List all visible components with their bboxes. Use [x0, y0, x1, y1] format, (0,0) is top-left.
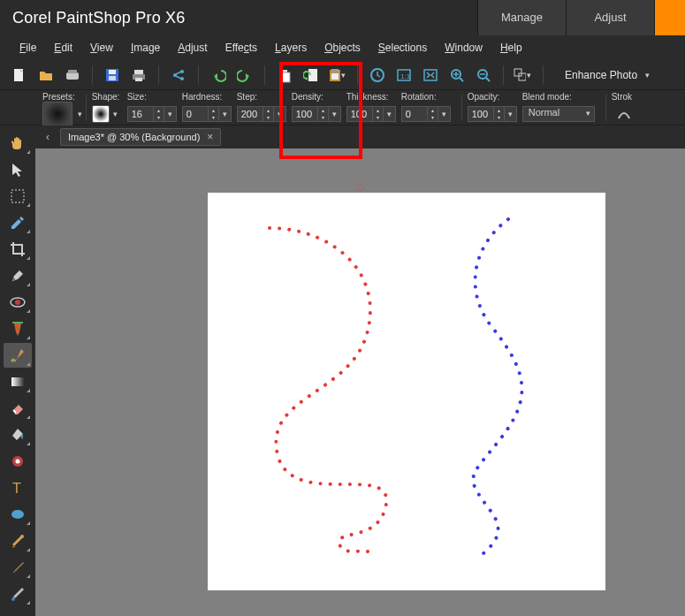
- shape-label: Shape:: [92, 92, 122, 103]
- step-stepper[interactable]: ▴▾: [237, 105, 286, 123]
- selection-tool-icon[interactable]: [4, 184, 32, 209]
- svg-point-37: [16, 460, 20, 464]
- menu-selections[interactable]: Selections: [369, 38, 436, 57]
- text-tool-icon[interactable]: T: [4, 475, 32, 500]
- menu-edit[interactable]: Edit: [45, 38, 81, 57]
- size-label: Size:: [127, 92, 177, 103]
- menu-view[interactable]: View: [81, 38, 122, 57]
- share-icon[interactable]: [168, 65, 189, 86]
- paintbrush-tool-icon[interactable]: [4, 343, 32, 368]
- gradient-tool-icon[interactable]: [4, 369, 32, 394]
- thickness-stepper[interactable]: ▴▾: [346, 105, 396, 123]
- blue-brush-stroke: [473, 219, 521, 555]
- size-stepper[interactable]: ▴▾: [127, 105, 177, 123]
- svg-rect-6: [109, 76, 116, 80]
- copy-icon[interactable]: [274, 65, 295, 86]
- workspace-manage-button[interactable]: Manage: [477, 0, 566, 35]
- stroke-label: Strok: [612, 92, 633, 103]
- menu-adjust[interactable]: Adjust: [169, 38, 216, 57]
- scan-icon[interactable]: [62, 65, 83, 86]
- paste-icon[interactable]: [327, 65, 348, 86]
- blend-mode-select[interactable]: Normal: [522, 106, 595, 122]
- main-toolbar: 1:1 Enhance Photo: [0, 60, 685, 90]
- svg-text:T: T: [12, 481, 21, 496]
- history-undo-icon[interactable]: [301, 65, 322, 86]
- step-label: Step:: [237, 92, 286, 103]
- shape-dropdown[interactable]: [92, 105, 110, 123]
- menu-file[interactable]: File: [11, 38, 45, 57]
- presets-dropdown[interactable]: [42, 102, 72, 126]
- canvas-viewport[interactable]: [35, 148, 685, 616]
- clone-tool-icon[interactable]: [4, 316, 32, 341]
- rotation-input[interactable]: [401, 106, 428, 122]
- blend-label: Blend mode:: [522, 92, 595, 103]
- svg-point-40: [20, 535, 24, 538]
- zoom-in-icon[interactable]: [446, 65, 468, 86]
- document-tab-close-icon[interactable]: ×: [207, 131, 213, 143]
- actual-size-icon[interactable]: 1:1: [393, 65, 415, 86]
- hardness-stepper[interactable]: ▴▾: [182, 105, 232, 123]
- workspace-edit-button[interactable]: [654, 0, 685, 35]
- svg-point-32: [13, 278, 15, 280]
- resize-icon[interactable]: [513, 65, 534, 86]
- document-canvas[interactable]: [208, 193, 605, 590]
- menu-image[interactable]: Image: [122, 38, 169, 57]
- svg-rect-7: [134, 70, 143, 74]
- svg-rect-2: [66, 72, 79, 80]
- crop-tool-icon[interactable]: [4, 237, 32, 262]
- options-bar: Presets: Shape: Size: ▴▾ Hardness: ▴▾ St…: [0, 90, 685, 125]
- svg-text:1:1: 1:1: [400, 72, 411, 80]
- density-label: Density:: [292, 92, 341, 103]
- picture-tube-tool-icon[interactable]: [4, 449, 32, 474]
- opacity-input[interactable]: [468, 106, 494, 122]
- enhance-photo-button[interactable]: Enhance Photo: [559, 65, 658, 85]
- undo-icon[interactable]: [208, 65, 229, 86]
- document-tab[interactable]: Image3* @ 30% (Background) ×: [60, 128, 221, 146]
- menu-effects[interactable]: Effects: [217, 38, 266, 57]
- svg-marker-30: [12, 164, 22, 177]
- svg-point-39: [11, 510, 24, 519]
- eraser-tool-icon[interactable]: [4, 396, 32, 421]
- save-icon[interactable]: [102, 65, 123, 86]
- document-tab-label: Image3* @ 30% (Background): [68, 132, 200, 142]
- fit-window-icon[interactable]: [420, 65, 441, 86]
- fill-tool-icon[interactable]: [4, 422, 32, 447]
- density-input[interactable]: [292, 106, 318, 122]
- opacity-stepper[interactable]: ▴▾: [468, 105, 517, 123]
- menu-layers[interactable]: Layers: [266, 38, 316, 57]
- menu-window[interactable]: Window: [436, 38, 491, 57]
- zoom-out-icon[interactable]: [473, 65, 494, 86]
- doc-tab-prev-icon[interactable]: ‹: [41, 131, 55, 143]
- warp-tool-icon[interactable]: [4, 555, 32, 580]
- menu-bar: File Edit View Image Adjust Effects Laye…: [0, 35, 685, 60]
- clock-icon[interactable]: [367, 65, 388, 86]
- enhance-photo-label: Enhance Photo: [565, 69, 637, 81]
- hardness-input[interactable]: [182, 106, 209, 122]
- oil-brush-tool-icon[interactable]: [4, 582, 32, 606]
- workspace-adjust-button[interactable]: Adjust: [566, 0, 654, 35]
- dropper-tool-icon[interactable]: [4, 210, 32, 235]
- red-brush-stroke: [270, 228, 386, 555]
- stroke-settings-icon[interactable]: [615, 105, 633, 123]
- menu-objects[interactable]: Objects: [316, 38, 369, 57]
- lighten-tool-icon[interactable]: [4, 529, 32, 553]
- redo-icon[interactable]: [234, 65, 255, 86]
- print-icon[interactable]: [128, 65, 149, 86]
- density-stepper[interactable]: ▴▾: [292, 105, 341, 123]
- thickness-input[interactable]: [346, 106, 373, 122]
- new-file-icon[interactable]: [9, 65, 30, 86]
- rotation-stepper[interactable]: ▴▾: [401, 105, 451, 123]
- tool-palette: T: [0, 125, 35, 616]
- shape-tool-icon[interactable]: [4, 502, 32, 527]
- redeye-tool-icon[interactable]: [4, 290, 32, 315]
- step-input[interactable]: [237, 106, 263, 122]
- size-input[interactable]: [127, 106, 154, 122]
- svg-point-34: [15, 300, 20, 305]
- pan-tool-icon[interactable]: [4, 131, 32, 156]
- menu-help[interactable]: Help: [491, 38, 531, 57]
- open-folder-icon[interactable]: [35, 65, 57, 86]
- pen-tool-icon[interactable]: [4, 263, 32, 288]
- pointer-tool-icon[interactable]: [4, 157, 32, 182]
- svg-marker-18: [305, 77, 308, 80]
- rotation-center-marker: [357, 184, 364, 191]
